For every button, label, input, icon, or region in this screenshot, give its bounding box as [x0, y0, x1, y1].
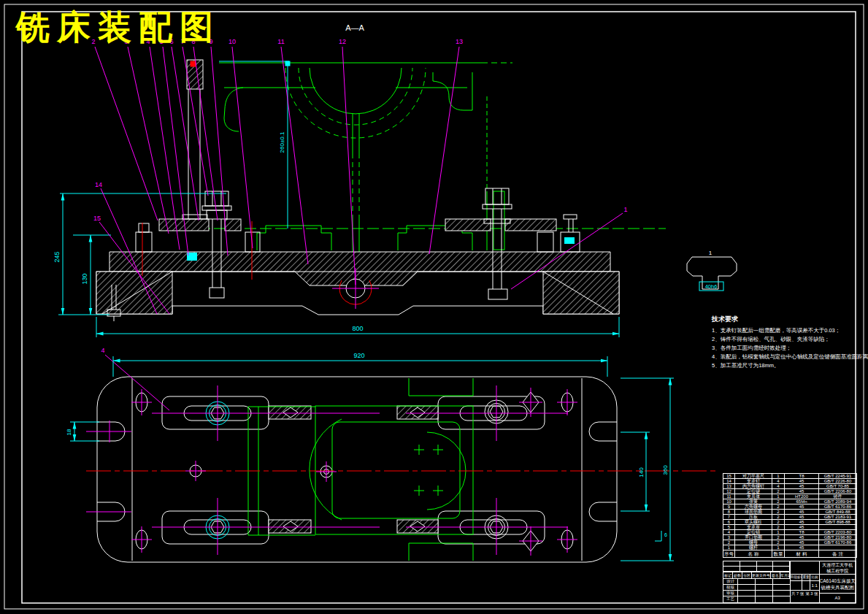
part-qty: 1 [772, 494, 785, 499]
balloon: 15 [93, 215, 101, 222]
dim-plan-width: 920 [353, 352, 364, 359]
part-material: 45 [785, 489, 819, 494]
part-material: 45 [785, 535, 819, 540]
part-name: 螺杆 [735, 545, 772, 550]
plan-view: 4 920 140 360 18 6 [66, 347, 715, 562]
part-no: 13 [723, 484, 735, 489]
part-standard: GB/T 70-85 [819, 484, 857, 489]
col-header: 名 称 [735, 550, 772, 558]
part-no: 8 [723, 510, 735, 515]
part-standard: GB/T 2203-80 [819, 530, 857, 535]
weight-label: 重量 [802, 575, 810, 580]
rev-col: 签名 [771, 572, 780, 578]
parts-list-row: 3 开口垫圈 2 45 GB/T 2196-80 [723, 535, 857, 540]
part-material: T8 [785, 474, 819, 479]
parts-list-row: 13 内六角螺钉 4 45 GB/T 70-85 [723, 484, 857, 489]
dim-plan-inner-height: 140 [638, 467, 645, 477]
part-name: 对刀平塞尺 [735, 474, 772, 479]
parts-list-row: 8 球面垫圈 2 45 GB/T 849-88 [723, 510, 857, 515]
parts-list-row: 1 螺杆 1 45 [723, 545, 857, 550]
col-header: 数量 [772, 550, 785, 558]
dim-front-mid-height: 260±0.1 [279, 131, 285, 153]
part-standard: GB/T 849-88 [819, 510, 857, 515]
stage-label: 阶段标记 [791, 575, 802, 580]
dim-datum: 6 [664, 532, 667, 537]
part-qty: 2 [772, 520, 785, 525]
part-qty: 2 [772, 510, 785, 515]
dim-front-width: 800 [352, 325, 363, 332]
part-qty: 2 [772, 499, 785, 504]
institution-name: 大连理工大学机械工程学院 [820, 561, 856, 575]
part-material: HT200 [785, 494, 819, 499]
section-label: A—A [345, 23, 364, 32]
part-material: 45 [785, 484, 819, 489]
part-qty: 1 [772, 530, 785, 535]
part-qty: 4 [772, 484, 785, 489]
part-no: 4 [723, 530, 735, 535]
part-standard: GB/T 2226-80 [819, 479, 857, 484]
revision-empty-grid [723, 561, 790, 572]
front-view: 245 130 260±0.1 800 [53, 23, 666, 337]
part-standard: GB/T 6170-86 [819, 540, 857, 545]
role-label: 工艺 [723, 596, 738, 602]
part-no: 3 [723, 535, 735, 540]
drawing-name-line1: CA6140车床拨叉 [820, 577, 856, 584]
title-block: 标记 处数 分区 更改文件号 签名 年月日 设计 校核 审核 工艺 阶段标记 重… [723, 561, 856, 603]
detail-part: 1 40h6 [687, 250, 737, 291]
part-name: 开口垫圈 [735, 535, 772, 540]
balloon: 14 [95, 181, 102, 188]
rev-col: 更改文件号 [752, 572, 771, 578]
part-no: 12 [723, 489, 735, 494]
part-name: 压板 [735, 515, 772, 520]
part-qty: 2 [772, 535, 785, 540]
balloon: 1 [623, 206, 627, 213]
dim-detail: 40h6 [705, 283, 718, 290]
parts-list-row: 4 定位销 1 T8 GB/T 2203-80 [723, 530, 857, 535]
part-material: 45 [785, 545, 819, 550]
scale-label: 比例 [810, 575, 819, 580]
balloon: 4 [101, 347, 104, 354]
part-qty: 1 [772, 545, 785, 550]
part-name: 六角螺母 [735, 504, 772, 510]
part-qty: 2 [772, 515, 785, 520]
technical-note-line: 1、支承钉装配后一组需配磨，等高误差不大于0.03； [712, 326, 858, 335]
part-material: 45 [785, 515, 819, 520]
drawing-sheet: 245 130 260±0.1 800 [0, 0, 868, 614]
stage-header-row: 阶段标记 重量 比例 [791, 575, 819, 581]
part-qty: 1 [772, 474, 785, 479]
part-standard [819, 525, 857, 530]
parts-list-row: 7 压板 2 45 GB/T 2183-91 [723, 515, 857, 520]
role-label: 审核 [723, 591, 738, 596]
parts-list-table: 15 对刀平塞尺 1 T8 GB/T 2245-91 14 支承钉 4 45 G… [723, 473, 857, 558]
part-material: 45 [785, 520, 819, 525]
part-material: T8 [785, 530, 819, 535]
part-no: 5 [723, 525, 735, 530]
role-label: 校核 [723, 585, 738, 590]
sheet-size: A3 [820, 594, 856, 602]
technical-note-line: 5、加工基准尺寸为18mm。 [712, 361, 858, 370]
front-workpiece-outline [168, 63, 666, 252]
rev-col: 标记 [723, 572, 733, 578]
part-qty: 4 [772, 479, 785, 484]
parts-list-row: 10 弹簧 2 65Mn GB/T 2089-94 [723, 499, 857, 504]
part-name: 定位键 [735, 489, 772, 494]
part-standard: GB/T 6170-86 [819, 504, 857, 510]
technical-note-line: 3、各件加工面均需经时效处理； [712, 344, 858, 353]
stage-values-row: 1:1 [791, 581, 819, 591]
part-no: 6 [723, 520, 735, 525]
revision-header-row: 标记 处数 分区 更改文件号 签名 年月日 [723, 572, 790, 579]
parts-list-rows: 15 对刀平塞尺 1 T8 GB/T 2245-91 14 支承钉 4 45 G… [723, 474, 857, 550]
parts-list-header: 序号 名 称 数量 材 料 备 注 [723, 550, 857, 558]
part-qty: 2 [772, 489, 785, 494]
part-standard: 铸件 [819, 494, 857, 499]
part-no: 15 [723, 474, 735, 479]
rev-col: 处数 [733, 572, 742, 578]
part-standard: GB/T 2196-80 [819, 535, 857, 540]
dim-front-total-height: 245 [53, 251, 61, 262]
part-name: 夹具体 [735, 494, 772, 499]
part-no: 11 [723, 494, 735, 499]
rev-col: 年月日 [780, 572, 790, 578]
part-name: 螺母 [735, 540, 772, 545]
parts-list-row: 5 支承座 2 45 [723, 525, 857, 530]
title-block-middle: 阶段标记 重量 比例 1:1 共 7 张 第 3 张 [791, 561, 820, 602]
